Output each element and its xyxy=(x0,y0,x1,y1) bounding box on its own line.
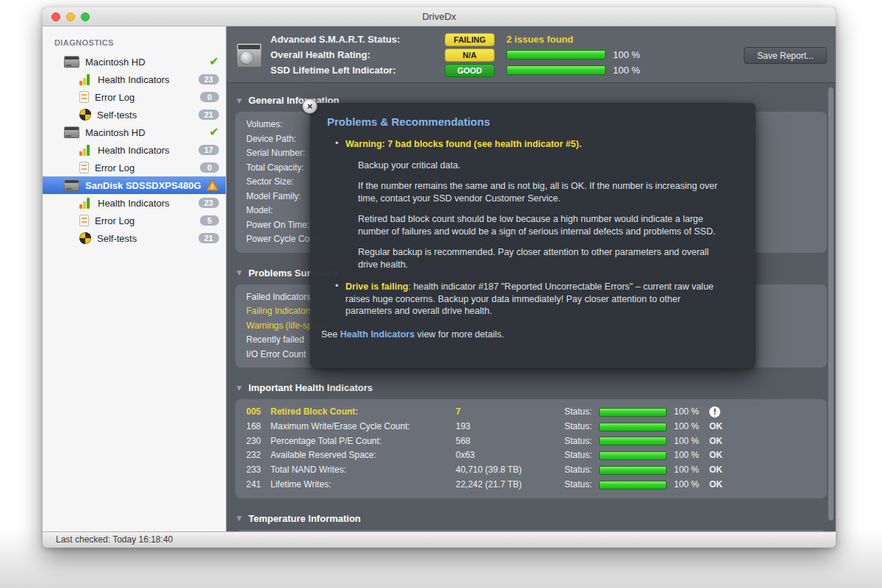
drive-icon xyxy=(237,43,262,68)
item-label: Error Log xyxy=(95,162,135,173)
indicator-value: 568 xyxy=(456,434,564,449)
sidebar-item-self-tests-1[interactable]: Self-tests 21 xyxy=(43,106,226,123)
important-indicators-panel: 005 Retired Block Count: 7 Status: 100 %… xyxy=(235,399,827,498)
status-progress-bar xyxy=(599,466,667,475)
sidebar-item-error-log-2[interactable]: Error Log 0 xyxy=(43,159,226,176)
indicator-id: 230 xyxy=(246,434,270,449)
status-progress-bar xyxy=(599,481,667,490)
problems-recommendations-popup: × Problems & Recommendations • Warning: … xyxy=(310,103,756,368)
sidebar-item-health-indicators-2[interactable]: Health Indicators 17 xyxy=(43,141,226,159)
table-row[interactable]: 005 Retired Block Count: 7 Status: 100 %… xyxy=(246,405,827,420)
bullet-icon: • xyxy=(335,281,345,318)
sidebar-item-self-tests-3[interactable]: Self-tests 21 xyxy=(43,229,226,247)
close-icon[interactable]: × xyxy=(302,98,318,114)
sidebar-item-error-log-3[interactable]: Error Log 5 xyxy=(43,212,226,229)
status-label: Status: xyxy=(564,434,599,449)
smart-status-header: Advanced S.M.A.R.T. Status: FAILING 2 is… xyxy=(226,26,836,83)
status-label: Status: xyxy=(564,478,599,492)
bars-icon xyxy=(79,74,92,85)
chevron-down-icon[interactable]: ▼ xyxy=(237,514,242,522)
indicator-name: Total NAND Writes: xyxy=(270,463,456,478)
drive-label: SanDisk SDSSDXPS480G xyxy=(85,180,201,191)
section-important-health-indicators[interactable]: ▼ Important Health Indicators xyxy=(237,382,827,393)
footer-text: See xyxy=(321,329,340,340)
status-progress-bar xyxy=(599,423,667,431)
svg-text:!: ! xyxy=(212,183,214,190)
bars-icon xyxy=(79,145,92,156)
status-label: Status: xyxy=(564,463,599,478)
warning-item: • Warning: 7 bad blocks found (see healt… xyxy=(335,138,726,151)
status-badge: GOOD xyxy=(445,64,495,77)
count-badge: 0 xyxy=(200,92,219,102)
recommendation-paragraph: Regular backup is recommended. Pay close… xyxy=(358,246,726,270)
item-label: Health Indicators xyxy=(98,74,170,85)
lifetime-left-row: SSD Lifetime Left Indicator: GOOD 100 % xyxy=(270,64,640,76)
chevron-down-icon[interactable]: ▼ xyxy=(237,384,242,392)
health-rating-row: Overall Health Rating: N/A 100 % xyxy=(270,49,640,61)
indicator-value: 7 xyxy=(456,405,564,420)
indicator-value: 40,710 (39.8 TB) xyxy=(456,463,564,478)
status-progress-bar xyxy=(599,451,667,460)
status-progress-bar xyxy=(599,437,667,445)
item-label: Self-tests xyxy=(97,233,137,244)
status-ok: OK xyxy=(709,478,739,492)
popup-footer: See Health Indicators view for more deta… xyxy=(321,329,734,341)
indicator-value: 0x63 xyxy=(456,448,564,463)
count-badge: 0 xyxy=(200,162,219,173)
table-row[interactable]: 230 Percentage Total P/E Count: 568 Stat… xyxy=(246,434,827,449)
sidebar-item-drive-3-selected[interactable]: SanDisk SDSSDXPS480G ! xyxy=(43,176,226,194)
table-row[interactable]: 233 Total NAND Writes: 40,710 (39.8 TB) … xyxy=(246,463,827,478)
drive-label: Macintosh HD xyxy=(85,127,146,138)
percent-value: 100 % xyxy=(674,434,709,449)
percent-value: 100 % xyxy=(613,65,640,76)
status-label: Advanced S.M.A.R.T. Status: xyxy=(270,34,445,45)
check-icon: ✔ xyxy=(209,126,219,138)
status-badge: N/A xyxy=(445,49,495,62)
warning-lead: Warning: 7 bad blocks found (see health … xyxy=(345,138,581,151)
sidebar-item-health-indicators-1[interactable]: Health Indicators 23 xyxy=(43,71,226,88)
status-ok: OK xyxy=(709,434,739,449)
warning-icon: ! xyxy=(206,179,219,191)
table-row[interactable]: 241 Lifetime Writes: 22,242 (21.7 TB) St… xyxy=(246,478,827,492)
percent-value: 100 % xyxy=(674,448,709,463)
app-window: DriveDx DIAGNOSTICS Macintosh HD ✔ Healt… xyxy=(43,7,836,548)
bullet-icon: • xyxy=(335,138,345,151)
percent-value: 100 % xyxy=(674,478,709,492)
status-ok: OK xyxy=(709,448,739,463)
chevron-down-icon[interactable]: ▼ xyxy=(237,269,242,276)
item-label: Error Log xyxy=(95,92,135,103)
check-icon: ✔ xyxy=(209,56,219,68)
item-label: Health Indicators xyxy=(98,198,170,209)
doc-icon xyxy=(79,162,89,173)
failing-item: • Drive is failing: health indicator #18… xyxy=(335,281,726,318)
exclamation-icon: ! xyxy=(709,406,720,417)
percent-value: 100 % xyxy=(674,420,709,434)
status-badge: FAILING xyxy=(445,33,495,46)
table-row[interactable]: 232 Available Reserved Space: 0x63 Statu… xyxy=(246,448,827,463)
sidebar-item-health-indicators-3[interactable]: Health Indicators 23 xyxy=(43,194,226,212)
percent-value: 100 % xyxy=(674,463,709,478)
health-indicators-link[interactable]: Health Indicators xyxy=(340,329,415,340)
window-title: DriveDx xyxy=(43,11,836,22)
issues-found-text[interactable]: 2 issues found xyxy=(506,34,573,45)
smart-status-row: Advanced S.M.A.R.T. Status: FAILING 2 is… xyxy=(270,33,640,46)
section-title: Important Health Indicators xyxy=(248,382,373,393)
status-label: Status: xyxy=(564,405,599,420)
item-label: Health Indicators xyxy=(98,145,170,156)
count-badge: 17 xyxy=(198,145,219,155)
popup-title: Problems & Recommendations xyxy=(327,115,756,128)
vertical-scrollbar[interactable] xyxy=(828,87,834,527)
sidebar-item-drive-1[interactable]: Macintosh HD ✔ xyxy=(43,53,226,71)
recommendation-paragraph: Backup your critical data. xyxy=(358,159,726,172)
section-temperature-information[interactable]: ▼ Temperature Information xyxy=(237,513,827,524)
sidebar-item-error-log-1[interactable]: Error Log 0 xyxy=(43,88,226,106)
sidebar-item-drive-2[interactable]: Macintosh HD ✔ xyxy=(43,123,226,141)
status-bar: Last checked: Today 16:18:40 xyxy=(43,531,836,548)
save-report-button[interactable]: Save Report... xyxy=(744,47,827,64)
table-row[interactable]: 168 Maximum Write/Erase Cycle Count: 193… xyxy=(246,420,827,434)
scrollbar-thumb[interactable] xyxy=(828,87,834,521)
chevron-down-icon[interactable]: ▼ xyxy=(237,97,242,104)
footer-text: view for more details. xyxy=(415,329,504,340)
lifetime-progress-bar xyxy=(506,65,606,75)
count-badge: 5 xyxy=(200,215,219,226)
